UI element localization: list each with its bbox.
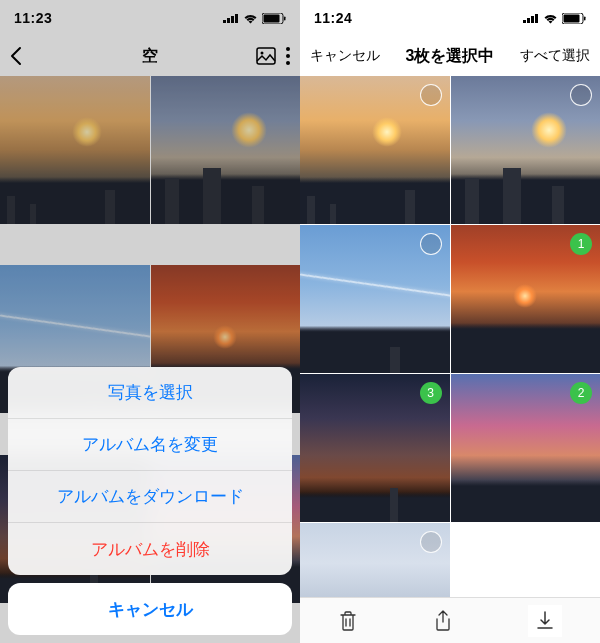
svg-rect-12 (523, 20, 526, 23)
status-indicators (523, 13, 586, 24)
selection-badge[interactable]: 3 (420, 382, 442, 404)
nav-bar: キャンセル 3枚を選択中 すべて選択 (300, 36, 600, 76)
signal-icon (523, 13, 539, 23)
selection-circle-empty[interactable] (420, 84, 442, 106)
share-button[interactable] (434, 610, 452, 632)
selection-circle-empty[interactable] (420, 233, 442, 255)
battery-icon (562, 13, 586, 24)
bottom-toolbar (300, 597, 600, 643)
svg-rect-14 (531, 16, 534, 23)
sheet-cancel[interactable]: キャンセル (8, 583, 292, 635)
download-button[interactable] (528, 605, 562, 637)
svg-rect-17 (564, 14, 580, 22)
sheet-rename-album[interactable]: アルバム名を変更 (8, 419, 292, 471)
screen-selection-view: 11:24 キャンセル 3枚を選択中 すべて選択 1 3 2 (300, 0, 600, 643)
more-button[interactable] (286, 47, 290, 65)
image-icon (256, 47, 276, 65)
wifi-icon (543, 13, 558, 24)
screen-album-view: 11:23 空 (0, 0, 300, 643)
selection-badge[interactable]: 1 (570, 233, 592, 255)
svg-rect-18 (584, 16, 586, 20)
svg-point-10 (286, 54, 290, 58)
photo-cell[interactable] (300, 225, 450, 373)
svg-rect-15 (535, 14, 538, 23)
photo-mode-button[interactable] (256, 47, 276, 65)
sheet-delete-album[interactable]: アルバムを削除 (8, 523, 292, 575)
photo-grid: 1 3 2 (300, 76, 600, 603)
svg-point-8 (261, 52, 264, 55)
delete-button[interactable] (338, 610, 358, 632)
photo-cell[interactable] (300, 523, 450, 603)
chevron-left-icon (10, 46, 22, 66)
select-all-button[interactable]: すべて選択 (520, 47, 590, 65)
selection-circle-empty[interactable] (420, 531, 442, 553)
svg-point-11 (286, 61, 290, 65)
sheet-download-album[interactable]: アルバムをダウンロード (8, 471, 292, 523)
photo-cell[interactable] (300, 76, 450, 224)
photo-cell[interactable]: 1 (451, 225, 601, 373)
photo-cell[interactable] (451, 76, 601, 224)
action-sheet: 写真を選択 アルバム名を変更 アルバムをダウンロード アルバムを削除 キャンセル (8, 367, 292, 635)
status-time: 11:24 (314, 10, 352, 26)
selection-circle-empty[interactable] (570, 84, 592, 106)
trash-icon (338, 610, 358, 632)
more-vertical-icon (286, 47, 290, 65)
cancel-button[interactable]: キャンセル (310, 47, 380, 65)
svg-rect-7 (257, 48, 275, 64)
status-bar: 11:24 (300, 0, 600, 36)
photo-cell[interactable]: 2 (451, 374, 601, 522)
photo-cell[interactable]: 3 (300, 374, 450, 522)
sheet-select-photos[interactable]: 写真を選択 (8, 367, 292, 419)
svg-rect-13 (527, 18, 530, 23)
download-icon (536, 611, 554, 631)
share-icon (434, 610, 452, 632)
back-button[interactable] (10, 46, 22, 66)
selection-badge[interactable]: 2 (570, 382, 592, 404)
svg-point-9 (286, 47, 290, 51)
